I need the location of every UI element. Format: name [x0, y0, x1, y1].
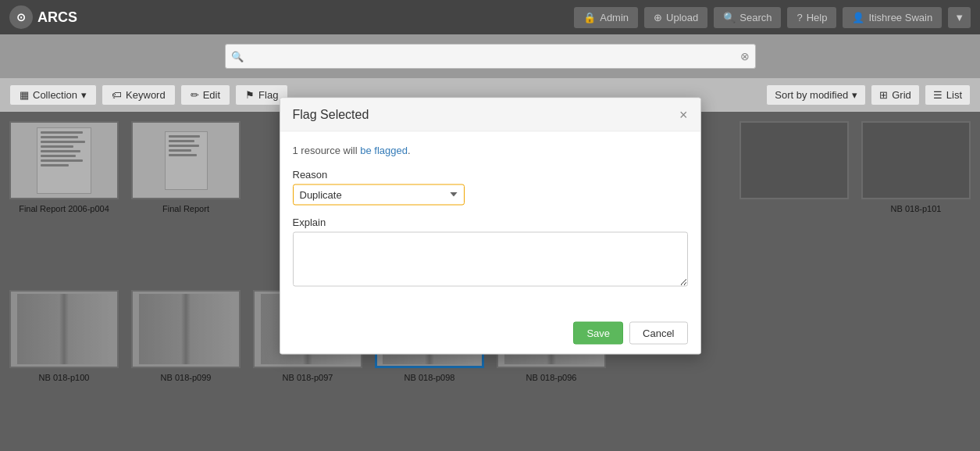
header-dropdown-button[interactable]: ▼	[948, 7, 971, 28]
flagged-highlight: be flagged	[360, 144, 408, 156]
tag-icon: 🏷	[112, 89, 122, 101]
logo-icon: ⊙	[9, 5, 33, 29]
header: ⊙ ARCS 🔒 Admin ⊕ Upload 🔍 Search ? Help …	[0, 0, 980, 34]
sort-button[interactable]: Sort by modified ▾	[766, 84, 866, 106]
edit-button[interactable]: ✏ Edit	[180, 84, 230, 106]
reason-group: Reason Duplicate Inappropriate Copyright…	[293, 168, 688, 205]
upload-button[interactable]: ⊕ Upload	[644, 7, 707, 28]
admin-button[interactable]: 🔒 Admin	[574, 7, 638, 28]
modal-body: 1 resource will be flagged. Reason Dupli…	[280, 131, 700, 312]
reason-select-wrapper: Duplicate Inappropriate Copyright Other	[293, 184, 465, 205]
modal-footer: Save Cancel	[280, 312, 700, 353]
search-icon: 🔍	[231, 51, 244, 63]
reason-select[interactable]: Duplicate Inappropriate Copyright Other	[293, 184, 465, 205]
cancel-button[interactable]: Cancel	[629, 321, 687, 344]
upload-icon: ⊕	[654, 12, 662, 23]
help-button[interactable]: ? Help	[787, 7, 836, 28]
collection-button[interactable]: ▦ Collection ▾	[9, 84, 97, 106]
sort-dropdown-icon: ▾	[852, 89, 857, 101]
explain-label: Explain	[293, 216, 688, 227]
search-button[interactable]: 🔍 Search	[714, 7, 781, 28]
save-button[interactable]: Save	[573, 321, 623, 344]
flag-modal: Flag Selected × 1 resource will be flagg…	[280, 97, 701, 354]
modal-title: Flag Selected	[293, 107, 369, 121]
list-view-button[interactable]: ☰ List	[925, 84, 971, 106]
collection-icon: ▦	[20, 89, 29, 101]
grid-icon: ⊞	[879, 89, 888, 101]
lock-icon: 🔒	[583, 12, 596, 23]
reason-label: Reason	[293, 168, 688, 180]
collection-dropdown-icon: ▾	[81, 89, 87, 101]
user-icon: 👤	[852, 12, 864, 23]
grid-view-button[interactable]: ⊞ Grid	[871, 84, 920, 106]
search-area: 🔍 ⊗	[0, 34, 980, 78]
help-icon: ?	[796, 12, 802, 23]
search-box: 🔍 ⊗	[225, 44, 756, 69]
search-input[interactable]	[225, 44, 756, 69]
clear-search-icon[interactable]: ⊗	[740, 50, 750, 63]
flag-icon: ⚑	[245, 89, 255, 101]
keyword-button[interactable]: 🏷 Keyword	[102, 84, 176, 106]
app-name: ARCS	[37, 9, 77, 26]
user-menu-button[interactable]: 👤 Itishree Swain	[843, 7, 942, 28]
explain-textarea[interactable]	[293, 231, 688, 286]
search-nav-icon: 🔍	[723, 12, 736, 23]
app-logo: ⊙ ARCS	[9, 5, 77, 29]
edit-icon: ✏	[191, 89, 199, 101]
modal-close-button[interactable]: ×	[679, 107, 688, 121]
list-icon: ☰	[933, 89, 943, 101]
modal-header: Flag Selected ×	[280, 98, 700, 131]
modal-info-text: 1 resource will be flagged.	[293, 144, 688, 156]
explain-group: Explain	[293, 216, 688, 288]
